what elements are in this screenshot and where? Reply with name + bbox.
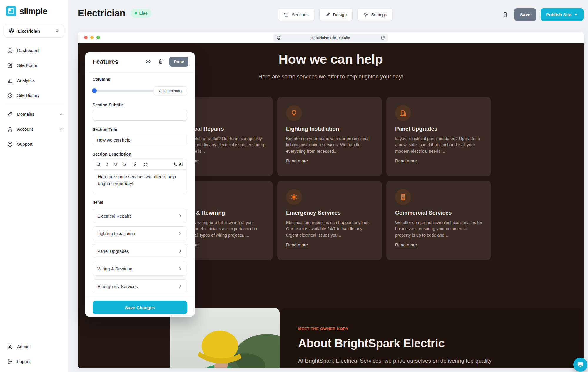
edit-icon	[7, 63, 13, 68]
paintbrush-icon	[325, 12, 330, 17]
section-description-input[interactable]: Here are some services we offer to help …	[93, 170, 187, 193]
topbar: Electrician Live Sections Design Setting…	[68, 0, 588, 29]
item-row-panel-upgrades[interactable]: Panel Upgrades	[93, 244, 187, 258]
building-icon	[399, 109, 407, 117]
settings-label: Settings	[371, 12, 387, 17]
office-building-icon	[399, 193, 407, 201]
features-panel-body: Columns Recommended Section Subtitle Sec…	[85, 71, 195, 293]
service-card-desc: Electrical emergencies can happen anytim…	[286, 220, 374, 238]
link-icon	[7, 111, 13, 117]
service-card-desc: Brighten up your home with our professio…	[286, 136, 374, 154]
publish-site-button[interactable]: Publish Site	[541, 8, 584, 21]
read-more-link[interactable]: Read more	[395, 158, 417, 163]
read-more-link[interactable]: Read more	[286, 242, 308, 247]
features-edit-panel: Features Done Columns Recommended Sectio…	[85, 52, 195, 317]
service-card: Lighting Installation Brighten up your h…	[277, 97, 382, 176]
sidebar-item-label: Domains	[17, 112, 54, 117]
sidebar-footer: Admin Logout	[0, 339, 68, 369]
sections-label: Sections	[292, 12, 309, 17]
item-label: Panel Upgrades	[97, 249, 178, 254]
insert-link-button[interactable]	[132, 162, 137, 167]
logout-icon	[7, 359, 13, 365]
sidebar-item-logout[interactable]: Logout	[0, 354, 68, 369]
read-more-link[interactable]: Read more	[286, 158, 308, 163]
item-label: Electrical Repairs	[97, 213, 178, 218]
sidebar-nav-main: Dashboard Site Editor Analytics Site His…	[0, 43, 68, 103]
italic-button[interactable]: I	[106, 162, 108, 166]
preview-visibility-button[interactable]	[144, 58, 152, 65]
service-card-title: Panel Upgrades	[395, 126, 483, 132]
save-button[interactable]: Save	[514, 8, 536, 21]
sidebar-item-label: Logout	[17, 359, 63, 364]
sidebar-item-account[interactable]: Account	[0, 122, 68, 137]
sidebar-item-label: Dashboard	[17, 48, 63, 53]
chat-launcher[interactable]	[573, 358, 587, 372]
settings-button[interactable]: Settings	[357, 8, 393, 21]
smartphone-icon	[502, 12, 508, 18]
undo-button[interactable]	[143, 162, 148, 167]
underline-button[interactable]: U	[114, 162, 117, 166]
editor-toolbar: Sections Design Settings	[278, 8, 393, 21]
about-body: At BrightSpark Electrical Services, we p…	[298, 358, 582, 364]
read-more-link[interactable]: Read more	[395, 242, 417, 247]
chevron-right-icon	[178, 266, 183, 271]
save-changes-button[interactable]: Save Changes	[93, 301, 187, 314]
publish-label: Publish Site	[546, 12, 571, 17]
service-card: Commercial Services We offer comprehensi…	[386, 181, 491, 260]
site-selector-label: Electrician	[18, 28, 51, 33]
sidebar-item-dashboard[interactable]: Dashboard	[0, 43, 68, 58]
section-title-label: Section Title	[93, 127, 187, 132]
columns-control: Recommended	[93, 86, 187, 95]
clock-icon	[7, 92, 13, 98]
sidebar-item-site-history[interactable]: Site History	[0, 88, 68, 103]
about-section: MEET THE OWNER KORY About BrightSpark El…	[280, 308, 582, 368]
design-button[interactable]: Design	[319, 8, 353, 21]
section-title-input[interactable]	[93, 134, 187, 145]
user-icon	[7, 126, 13, 132]
sidebar-item-analytics[interactable]: Analytics	[0, 73, 68, 88]
site-selector[interactable]: Electrician	[4, 24, 64, 38]
services-grid: Electrical Repairs Faulty switch or outl…	[168, 97, 491, 260]
live-label: Live	[139, 11, 147, 16]
chevron-down-icon	[59, 127, 63, 132]
editor-toolbar: B I U S AI	[93, 159, 187, 170]
trash-icon	[158, 59, 163, 64]
sidebar-item-admin[interactable]: Admin	[0, 339, 68, 354]
item-row-wiring-rewiring[interactable]: Wiring & Rewiring	[93, 262, 187, 276]
sidebar-item-support[interactable]: Support	[0, 137, 68, 152]
siimple-logo-icon	[6, 6, 16, 16]
link-icon	[132, 162, 137, 167]
service-card-title: Emergency Services	[286, 210, 374, 216]
item-row-lighting-installation[interactable]: Lighting Installation	[93, 226, 187, 240]
sidebar-item-label: Support	[17, 142, 63, 147]
strikethrough-button[interactable]: S	[123, 162, 126, 166]
ai-assist-button[interactable]: AI	[173, 162, 183, 166]
delete-section-button[interactable]	[157, 58, 165, 65]
about-heading: About BrightSpark Electric	[298, 337, 582, 350]
sidebar-item-site-editor[interactable]: Site Editor	[0, 58, 68, 73]
columns-label: Columns	[93, 77, 187, 82]
live-dot-icon	[135, 12, 137, 14]
help-circle-icon	[7, 141, 13, 147]
sections-button[interactable]: Sections	[278, 8, 315, 21]
chevron-right-icon	[178, 213, 183, 218]
electrician-photo-illustration	[170, 308, 280, 368]
minimize-window-icon[interactable]	[90, 36, 94, 39]
bold-button[interactable]: B	[97, 162, 100, 166]
service-card-desc: We offer comprehensive electrical servic…	[395, 220, 483, 238]
url-bar[interactable]: electrician.siimple.site	[273, 34, 388, 42]
bar-chart-icon	[7, 78, 13, 83]
about-photo	[170, 308, 280, 368]
section-subtitle-input[interactable]	[93, 110, 187, 121]
mobile-preview-button[interactable]	[502, 12, 508, 18]
maximize-window-icon[interactable]	[96, 36, 100, 39]
sidebar-item-domains[interactable]: Domains	[0, 107, 68, 122]
slider-thumb[interactable]	[92, 88, 97, 93]
done-button[interactable]: Done	[169, 57, 188, 67]
item-row-emergency-services[interactable]: Emergency Services	[93, 279, 187, 293]
item-row-electrical-repairs[interactable]: Electrical Repairs	[93, 209, 187, 223]
site-favicon-icon	[276, 36, 281, 40]
close-window-icon[interactable]	[84, 36, 88, 39]
external-link-icon[interactable]	[380, 36, 385, 40]
columns-slider[interactable]	[93, 90, 154, 92]
